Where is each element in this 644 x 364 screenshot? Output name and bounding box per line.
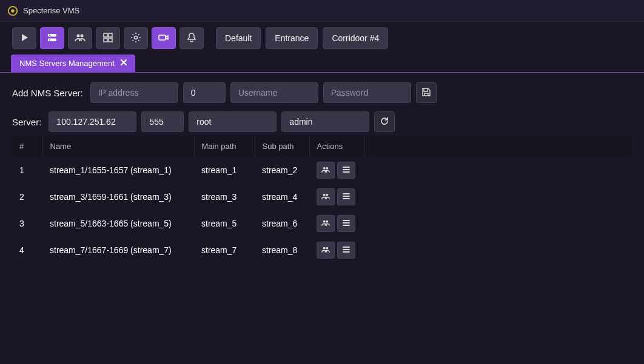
cell-sub: stream_8 bbox=[255, 237, 309, 263]
quick-view-button[interactable]: Default bbox=[216, 27, 261, 49]
content-area: Add NMS Server: Server: # Name Mai bbox=[0, 73, 644, 263]
svg-point-12 bbox=[135, 36, 138, 39]
settings-button[interactable] bbox=[124, 27, 148, 49]
cell-actions bbox=[309, 184, 364, 210]
servers-button[interactable] bbox=[40, 27, 64, 49]
quick-view-label: Corridoor #4 bbox=[332, 33, 379, 43]
tab-strip: NMS Servers Management bbox=[0, 55, 644, 73]
server-port-input[interactable] bbox=[141, 111, 184, 132]
svg-point-15 bbox=[326, 167, 328, 169]
svg-point-14 bbox=[323, 167, 326, 169]
app-logo-icon bbox=[7, 5, 18, 16]
row-menu-button[interactable] bbox=[337, 162, 355, 179]
svg-point-7 bbox=[81, 34, 84, 37]
server-password-input[interactable] bbox=[281, 111, 369, 132]
svg-point-19 bbox=[326, 220, 328, 222]
table-row: 4 stream_7/1667-1669 (stream_7) stream_7… bbox=[12, 237, 632, 263]
cell-name: stream_7/1667-1669 (stream_7) bbox=[42, 237, 194, 263]
server-refresh-button[interactable] bbox=[374, 111, 395, 132]
cell-num: 1 bbox=[12, 157, 42, 184]
svg-rect-8 bbox=[104, 33, 107, 37]
grid-icon bbox=[102, 32, 113, 45]
col-header-actions: Actions bbox=[309, 136, 364, 157]
quick-view-button[interactable]: Entrance bbox=[266, 27, 318, 49]
gear-icon bbox=[130, 32, 141, 45]
svg-point-4 bbox=[49, 35, 50, 36]
camera-button[interactable] bbox=[152, 27, 176, 49]
svg-point-17 bbox=[326, 193, 328, 196]
quick-view-button[interactable]: Corridoor #4 bbox=[323, 27, 388, 49]
users-icon bbox=[321, 192, 330, 202]
refresh-icon bbox=[380, 116, 389, 128]
svg-point-5 bbox=[49, 39, 50, 40]
server-label: Server: bbox=[12, 117, 41, 127]
add-password-input[interactable] bbox=[323, 82, 411, 103]
row-users-button[interactable] bbox=[317, 215, 335, 232]
row-menu-button[interactable] bbox=[337, 242, 355, 259]
server-ip-input[interactable] bbox=[49, 111, 136, 132]
menu-icon bbox=[342, 245, 351, 256]
tab-label: NMS Servers Management bbox=[19, 59, 115, 68]
svg-rect-9 bbox=[109, 33, 112, 37]
menu-icon bbox=[342, 165, 351, 176]
add-server-label: Add NMS Server: bbox=[12, 88, 83, 98]
cell-main: stream_7 bbox=[194, 237, 255, 263]
camera-icon bbox=[158, 32, 169, 45]
cell-main: stream_1 bbox=[194, 157, 255, 184]
cell-sub: stream_4 bbox=[255, 184, 309, 210]
play-button[interactable] bbox=[12, 27, 36, 49]
cell-name: stream_1/1655-1657 (stream_1) bbox=[42, 157, 194, 184]
cell-actions bbox=[309, 237, 364, 263]
notifications-button[interactable] bbox=[179, 27, 204, 49]
titlebar: Specterise VMS bbox=[0, 0, 644, 22]
svg-point-16 bbox=[323, 193, 326, 196]
tab-nms-servers[interactable]: NMS Servers Management bbox=[11, 55, 135, 72]
bell-icon bbox=[186, 32, 197, 45]
row-users-button[interactable] bbox=[317, 188, 335, 205]
row-users-button[interactable] bbox=[317, 162, 335, 179]
add-server-row: Add NMS Server: bbox=[12, 82, 632, 103]
cell-name: stream_3/1659-1661 (stream_3) bbox=[42, 184, 194, 210]
add-save-button[interactable] bbox=[416, 82, 437, 103]
add-port-input[interactable] bbox=[183, 82, 226, 103]
svg-rect-11 bbox=[109, 38, 112, 42]
cell-main: stream_5 bbox=[194, 210, 255, 237]
grid-button[interactable] bbox=[96, 27, 120, 49]
cell-sub: stream_6 bbox=[255, 210, 309, 237]
col-header-sub: Sub path bbox=[255, 136, 309, 157]
cell-actions bbox=[309, 210, 364, 237]
table-row: 3 stream_5/1663-1665 (stream_5) stream_5… bbox=[12, 210, 632, 237]
table-row: 2 stream_3/1659-1661 (stream_3) stream_3… bbox=[12, 184, 632, 210]
svg-point-20 bbox=[323, 247, 326, 249]
cell-sub: stream_2 bbox=[255, 157, 309, 184]
col-header-num: # bbox=[12, 136, 42, 157]
svg-point-1 bbox=[11, 9, 14, 12]
menu-icon bbox=[342, 192, 351, 202]
server-username-input[interactable] bbox=[189, 111, 277, 132]
add-ip-input[interactable] bbox=[90, 82, 178, 103]
cell-num: 3 bbox=[12, 210, 42, 237]
svg-rect-10 bbox=[104, 38, 107, 42]
app-title: Specterise VMS bbox=[23, 6, 79, 15]
cell-name: stream_5/1663-1665 (stream_5) bbox=[42, 210, 194, 237]
users-button[interactable] bbox=[68, 27, 92, 49]
col-header-main: Main path bbox=[194, 136, 255, 157]
cell-num: 4 bbox=[12, 237, 42, 263]
server-row: Server: bbox=[12, 111, 632, 132]
svg-point-6 bbox=[77, 34, 80, 37]
cell-main: stream_3 bbox=[194, 184, 255, 210]
row-menu-button[interactable] bbox=[337, 188, 355, 205]
svg-rect-3 bbox=[48, 38, 56, 41]
play-icon bbox=[19, 32, 30, 45]
row-menu-button[interactable] bbox=[337, 215, 355, 232]
add-username-input[interactable] bbox=[230, 82, 318, 103]
table-header-row: # Name Main path Sub path Actions bbox=[12, 136, 632, 157]
row-users-button[interactable] bbox=[317, 242, 335, 259]
quick-view-label: Entrance bbox=[275, 33, 309, 43]
close-icon[interactable] bbox=[119, 58, 128, 68]
svg-point-18 bbox=[323, 220, 326, 222]
col-header-name: Name bbox=[42, 136, 194, 157]
svg-rect-2 bbox=[48, 34, 56, 37]
users-icon bbox=[75, 32, 86, 45]
streams-table: # Name Main path Sub path Actions 1 stre… bbox=[12, 136, 632, 263]
